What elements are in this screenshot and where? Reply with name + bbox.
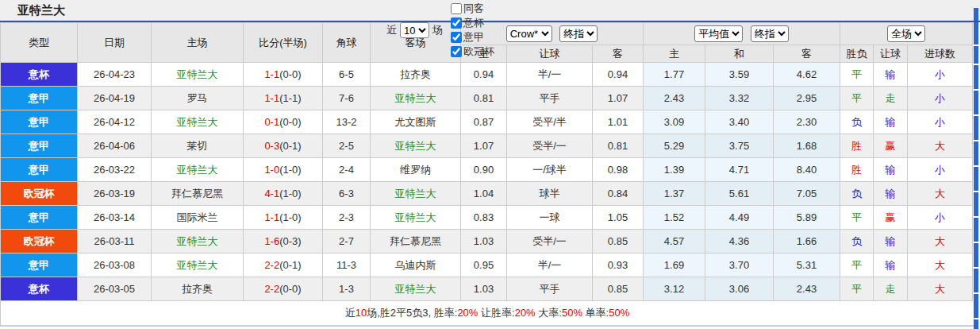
table-row: 意甲26-03-08亚特兰大2-2(0-1)11-3乌迪内斯0.95半/一0.9… <box>1 254 973 277</box>
match-date: 26-03-05 <box>78 277 152 301</box>
asia-home-odds: 0.95 <box>461 254 507 277</box>
bookmaker-select[interactable]: Crow* <box>506 25 552 42</box>
summary-text: 近10场,胜2平5负3, 胜率:20% 让胜率:20% 大率:50% 单率:50… <box>345 306 629 320</box>
handicap-line: 受半/一 <box>507 230 593 254</box>
result-handicap: 输 <box>874 230 908 254</box>
euro-away-odds: 1.66 <box>774 230 840 254</box>
league-type-badge: 意甲 <box>1 134 78 158</box>
summary-segment: 场,胜2平5负3, 胜率: <box>367 307 457 319</box>
edge-strip-segment <box>974 91 978 114</box>
result-win-draw-loss: 平 <box>840 277 874 301</box>
col-header-date: 日期 <box>78 23 152 63</box>
euro-draw-odds: 4.71 <box>705 158 774 182</box>
asia-home-odds: 0.94 <box>461 63 507 87</box>
euro-away-odds: 8.40 <box>774 158 840 182</box>
halftime-score: (0-0) <box>279 116 301 128</box>
euro-draw-odds: 3.06 <box>705 277 774 301</box>
edge-strip-segment <box>974 294 978 318</box>
edge-strip-segment <box>974 65 978 89</box>
edge-strip-segment <box>974 192 978 216</box>
filter-competition-checkbox-label: 意杯 <box>446 16 494 30</box>
league-type-badge: 意甲 <box>1 158 78 182</box>
corner-score: 2-3 <box>323 206 371 230</box>
summary-segment: 20% <box>457 307 478 319</box>
euro-odds-group-header: 平均值 终指 <box>644 23 840 45</box>
table-row: 意甲26-03-22亚特兰大1-0(1-0)2-4维罗纳0.90一/球半0.98… <box>1 158 973 182</box>
league-type-badge: 欧冠杯 <box>1 182 78 206</box>
fulltime-score: 0-3 <box>264 140 279 152</box>
col-header-type: 类型 <box>1 23 78 63</box>
halftime-score: (0-3) <box>279 235 301 247</box>
competition-filters: 同客意杯意甲欧冠杯 <box>446 2 494 59</box>
asia-away-odds: 0.94 <box>593 63 644 87</box>
summary-segment: 让胜率: <box>478 307 514 319</box>
away-team: 维罗纳 <box>371 158 461 182</box>
euro-draw-odds: 4.36 <box>705 230 774 254</box>
filter-label: 意杯 <box>463 16 484 30</box>
halftime-score: (0-1) <box>279 259 301 271</box>
handicap-line: 一球 <box>507 206 593 230</box>
fulltime-score: 4-1 <box>264 188 279 199</box>
filter-checkbox[interactable] <box>451 3 462 14</box>
match-count-select[interactable]: 10 <box>400 22 429 38</box>
fulltime-score: 2-2 <box>264 259 279 271</box>
result-win-draw-loss: 平 <box>840 254 874 277</box>
away-team: 乌迪内斯 <box>371 254 461 277</box>
summary-segment: 单率: <box>582 307 609 319</box>
asia-odds-stage-select[interactable]: 终指 <box>559 25 598 42</box>
edge-strip-segment <box>974 243 978 267</box>
table-row: 意杯26-03-05拉齐奥2-2(0-0)1-3亚特兰大1.03平手0.853.… <box>1 277 973 301</box>
euro-odds-stage-select[interactable]: 终指 <box>751 25 789 42</box>
summary-footer: 近10场,胜2平5负3, 胜率:20% 让胜率:20% 大率:50% 单率:50… <box>0 301 974 327</box>
fulltime-score: 1-1 <box>264 211 279 223</box>
corner-score: 6-5 <box>323 63 371 87</box>
result-win-draw-loss: 胜 <box>840 158 874 182</box>
away-team: 亚特兰大 <box>371 206 461 230</box>
result-goals: 小 <box>908 206 973 230</box>
score-cell: 1-6(0-3) <box>244 230 323 254</box>
edge-strip-segment <box>974 319 978 329</box>
euro-home-odds: 3.12 <box>644 277 705 301</box>
filter-competition-checkbox-label: 意甲 <box>446 30 494 45</box>
filter-checkbox[interactable] <box>451 46 462 57</box>
fulltime-score: 2-2 <box>264 283 279 295</box>
away-team: 拜仁慕尼黑 <box>371 230 461 254</box>
corner-score: 7-6 <box>323 87 371 110</box>
halftime-score: (0-1) <box>279 140 301 152</box>
subcol-euro-draw: 和 <box>705 45 774 63</box>
euro-away-odds: 5.31 <box>774 254 840 277</box>
euro-source-select[interactable]: 平均值 <box>694 25 743 42</box>
euro-draw-odds: 3.59 <box>705 63 774 87</box>
asia-away-odds: 1.01 <box>593 110 644 134</box>
corner-score: 2-4 <box>323 158 371 182</box>
euro-away-odds: 4.62 <box>774 63 840 87</box>
col-header-home: 主场 <box>152 23 244 63</box>
asia-away-odds: 0.81 <box>593 134 644 158</box>
edge-strip-segment <box>974 218 978 242</box>
corner-score: 2-5 <box>323 134 371 158</box>
home-team: 莱切 <box>152 134 244 158</box>
filter-same-venue-checkbox-label: 同客 <box>446 2 494 16</box>
filter-label: 意甲 <box>463 30 484 45</box>
subcol-handicap: 让球 <box>507 45 593 63</box>
result-handicap: 走 <box>874 277 908 301</box>
corner-score: 6-3 <box>323 182 371 206</box>
away-team: 亚特兰大 <box>371 277 461 301</box>
filter-checkbox[interactable] <box>451 17 462 29</box>
filter-checkbox[interactable] <box>451 32 462 43</box>
asia-away-odds: 0.93 <box>593 254 644 277</box>
euro-draw-odds: 3.32 <box>705 87 774 110</box>
euro-draw-odds: 5.61 <box>705 182 774 206</box>
league-type-badge: 意甲 <box>1 87 78 110</box>
result-handicap: 输 <box>874 110 908 134</box>
match-date: 26-03-08 <box>78 254 152 277</box>
result-handicap: 赢 <box>874 134 908 158</box>
home-team: 亚特兰大 <box>152 110 244 134</box>
result-win-draw-loss: 平 <box>840 206 874 230</box>
col-header-score: 比分(半场) <box>244 23 323 63</box>
asia-home-odds: 1.04 <box>461 182 507 206</box>
period-select[interactable]: 全场 <box>887 25 925 42</box>
right-edge-strip <box>974 8 978 329</box>
league-type-badge: 意杯 <box>1 63 78 87</box>
match-date: 26-03-11 <box>78 230 152 254</box>
